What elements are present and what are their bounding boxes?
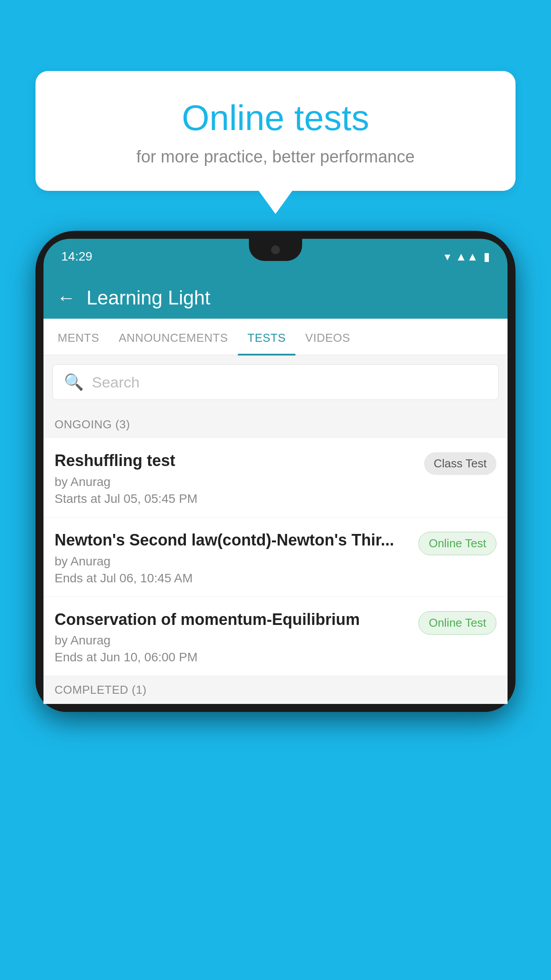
test-info-1: Reshuffling test by Anurag Starts at Jul… (55, 450, 424, 506)
app-header: ← Learning Light (43, 274, 508, 319)
battery-icon: ▮ (484, 250, 490, 264)
test-info-2: Newton's Second law(contd)-Newton's Thir… (55, 530, 418, 585)
phone-mockup: 14:29 ▾ ▲▲ ▮ ← Learning Light MENTS ANNO… (35, 231, 516, 980)
phone-outer: 14:29 ▾ ▲▲ ▮ ← Learning Light MENTS ANNO… (35, 231, 516, 712)
test-badge-3: Online Test (418, 611, 496, 635)
tab-ments[interactable]: MENTS (48, 319, 109, 355)
signal-icon: ▲▲ (456, 250, 478, 264)
test-title-2: Newton's Second law(contd)-Newton's Thir… (55, 530, 409, 551)
test-title-3: Conservation of momentum-Equilibrium (55, 609, 409, 630)
search-icon: 🔍 (64, 373, 84, 391)
phone-screen: ← Learning Light MENTS ANNOUNCEMENTS TES… (43, 274, 508, 704)
phone-notch (249, 239, 302, 261)
test-list: Reshuffling test by Anurag Starts at Jul… (43, 438, 508, 676)
bubble-title: Online tests (58, 98, 493, 138)
test-author-3: by Anurag (55, 633, 409, 648)
test-title-1: Reshuffling test (55, 450, 415, 471)
ongoing-label: ONGOING (3) (55, 418, 130, 431)
completed-section-header: COMPLETED (1) (43, 676, 508, 704)
test-info-3: Conservation of momentum-Equilibrium by … (55, 609, 418, 665)
app-title: Learning Light (87, 287, 210, 309)
test-item-1[interactable]: Reshuffling test by Anurag Starts at Jul… (43, 438, 508, 518)
test-date-2: Ends at Jul 06, 10:45 AM (55, 571, 409, 585)
status-time: 14:29 (61, 249, 92, 264)
test-item-2[interactable]: Newton's Second law(contd)-Newton's Thir… (43, 518, 508, 597)
test-author-1: by Anurag (55, 475, 415, 489)
tab-announcements[interactable]: ANNOUNCEMENTS (109, 319, 238, 355)
search-box[interactable]: 🔍 Search (52, 364, 499, 400)
bubble-subtitle: for more practice, better performance (58, 147, 493, 166)
tab-bar: MENTS ANNOUNCEMENTS TESTS VIDEOS (43, 319, 508, 356)
wifi-icon: ▾ (445, 250, 450, 264)
tab-videos[interactable]: VIDEOS (295, 319, 360, 355)
back-button[interactable]: ← (57, 288, 75, 307)
completed-label: COMPLETED (1) (55, 683, 146, 696)
promo-bubble: Online tests for more practice, better p… (35, 71, 516, 191)
test-item-3[interactable]: Conservation of momentum-Equilibrium by … (43, 597, 508, 676)
search-container: 🔍 Search (43, 356, 508, 409)
camera-icon (271, 245, 280, 254)
test-author-2: by Anurag (55, 554, 409, 569)
test-badge-1: Class Test (424, 452, 496, 475)
status-icons: ▾ ▲▲ ▮ (445, 250, 490, 264)
status-bar: 14:29 ▾ ▲▲ ▮ (43, 239, 508, 274)
test-badge-2: Online Test (418, 532, 496, 555)
test-date-1: Starts at Jul 05, 05:45 PM (55, 492, 415, 506)
test-date-3: Ends at Jun 10, 06:00 PM (55, 650, 409, 664)
search-placeholder-text: Search (92, 374, 140, 391)
tab-tests[interactable]: TESTS (238, 319, 295, 355)
ongoing-section-header: ONGOING (3) (43, 409, 508, 438)
